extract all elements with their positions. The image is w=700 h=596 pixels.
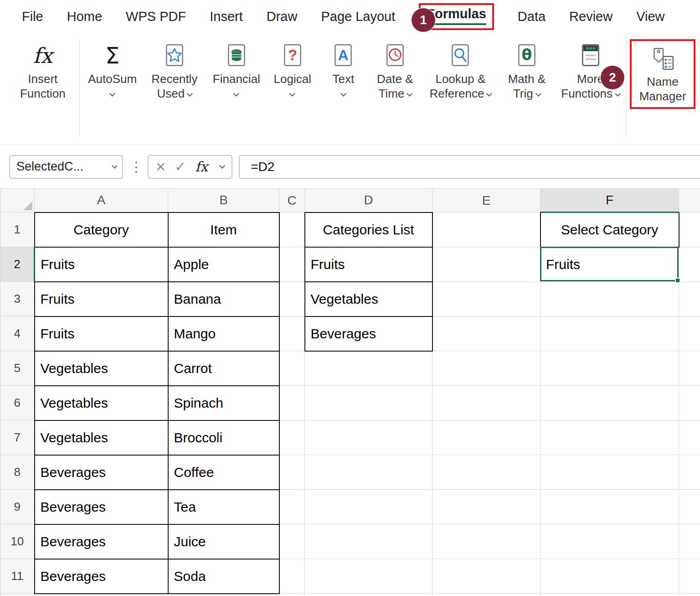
cell-E5[interactable] [432,351,540,386]
autosum-button[interactable]: Σ AutoSum [86,39,139,101]
cell-C9[interactable] [279,490,305,524]
cell-B4[interactable]: Mango [168,316,279,351]
cell-E9[interactable] [432,490,540,524]
cell-F5[interactable] [540,351,679,386]
cell-B12[interactable] [168,594,279,596]
row-header-11[interactable]: 11 [0,559,35,594]
tab-draw[interactable]: Draw [267,9,298,24]
cell-D5[interactable] [305,351,432,386]
cell-E6[interactable] [432,386,540,420]
cell-C12[interactable] [279,594,305,596]
name-manager-button[interactable]: Name Manager [633,42,692,104]
row-header-1[interactable]: 1 [0,212,35,247]
row-header-5[interactable]: 5 [0,351,35,386]
cell-A9[interactable]: Beverages [35,490,168,524]
cell-B1[interactable]: Item [168,212,279,247]
cell-E12[interactable] [432,594,540,596]
cell-B7[interactable]: Broccoli [168,420,279,455]
cell-D8[interactable] [305,455,432,490]
tab-review[interactable]: Review [569,9,612,24]
cell-E10[interactable] [432,524,540,559]
cell-F9[interactable] [540,490,679,524]
cell-C6[interactable] [279,386,305,420]
cell-C7[interactable] [279,420,305,455]
cell-C4[interactable] [279,316,305,351]
insert-function-fx-icon[interactable]: fx [195,159,208,175]
insert-function-button[interactable]: fx Insert Function [13,39,73,101]
cell-E4[interactable] [432,316,540,351]
recently-used-button[interactable]: Recently Used [144,39,205,101]
formula-bar-resize-handle[interactable]: ⋮ [129,159,143,175]
select-all-corner[interactable] [0,189,35,212]
cell-E3[interactable] [432,282,540,316]
col-header-E[interactable]: E [432,189,540,212]
cell-D2[interactable]: Fruits [305,247,432,282]
cell-C5[interactable] [279,351,305,386]
row-header-3[interactable]: 3 [0,282,35,316]
cell-A11[interactable]: Beverages [35,559,168,594]
cell-A6[interactable]: Vegetables [35,386,168,420]
cell-A7[interactable]: Vegetables [35,420,168,455]
row-header-9[interactable]: 9 [0,490,35,524]
cell-B8[interactable]: Coffee [168,455,279,490]
tab-home[interactable]: Home [67,9,102,24]
col-header-C[interactable]: C [279,189,305,212]
cell-E2[interactable] [432,247,540,282]
date-time-button[interactable]: Date & Time [370,39,420,101]
cell-E7[interactable] [432,420,540,455]
col-header-D[interactable]: D [305,189,432,212]
enter-icon[interactable]: ✓ [175,160,186,174]
cell-F10[interactable] [540,524,679,559]
cell-D1[interactable]: Categories List [305,212,432,247]
cell-C10[interactable] [279,524,305,559]
row-header-4[interactable]: 4 [0,316,35,351]
cell-A4[interactable]: Fruits [35,316,168,351]
cell-A12[interactable] [35,594,168,596]
cell-F6[interactable] [540,386,679,420]
col-header-B[interactable]: B [168,189,279,212]
cell-D6[interactable] [305,386,432,420]
cell-C1[interactable] [279,212,305,247]
cell-F12[interactable] [540,594,679,596]
cell-C11[interactable] [279,559,305,594]
col-header-A[interactable]: A [35,189,168,212]
cell-F8[interactable] [540,455,679,490]
cell-D9[interactable] [305,490,432,524]
logical-button[interactable]: ? Logical [268,39,316,101]
cell-F11[interactable] [540,559,679,594]
chevron-down-icon[interactable] [219,163,225,169]
cell-C3[interactable] [279,282,305,316]
row-header-2[interactable]: 2 [0,247,35,282]
cell-E1[interactable] [432,212,540,247]
cell-B9[interactable]: Tea [168,490,279,524]
tab-insert[interactable]: Insert [210,9,243,24]
cell-D4[interactable]: Beverages [305,316,432,351]
cell-B3[interactable]: Banana [168,282,279,316]
row-header-12[interactable]: 12 [0,594,35,596]
cell-A5[interactable]: Vegetables [35,351,168,386]
chevron-down-icon[interactable] [112,163,118,169]
col-header-F[interactable]: F [540,189,679,212]
row-header-7[interactable]: 7 [0,420,35,455]
cell-B11[interactable]: Soda [168,559,279,594]
cell-B2[interactable]: Apple [168,247,279,282]
cell-B10[interactable]: Juice [168,524,279,559]
cancel-icon[interactable]: × [156,159,165,175]
cell-F3[interactable] [540,282,679,316]
cell-D12[interactable] [305,594,432,596]
cell-D7[interactable] [305,420,432,455]
cell-A2[interactable]: Fruits [35,247,168,282]
cell-A1[interactable]: Category [35,212,168,247]
cell-A10[interactable]: Beverages [35,524,168,559]
cell-B5[interactable]: Carrot [168,351,279,386]
cell-C8[interactable] [279,455,305,490]
text-button[interactable]: A Text [322,39,365,101]
cell-B6[interactable]: Spinach [168,386,279,420]
cell-F1[interactable]: Select Category [540,212,679,247]
tab-page-layout[interactable]: Page Layout [321,9,395,24]
cell-F4[interactable] [540,316,679,351]
math-trig-button[interactable]: θ Math & Trig [501,39,552,101]
tab-file[interactable]: File [22,9,43,24]
cell-A8[interactable]: Beverages [35,455,168,490]
cell-D11[interactable] [305,559,432,594]
